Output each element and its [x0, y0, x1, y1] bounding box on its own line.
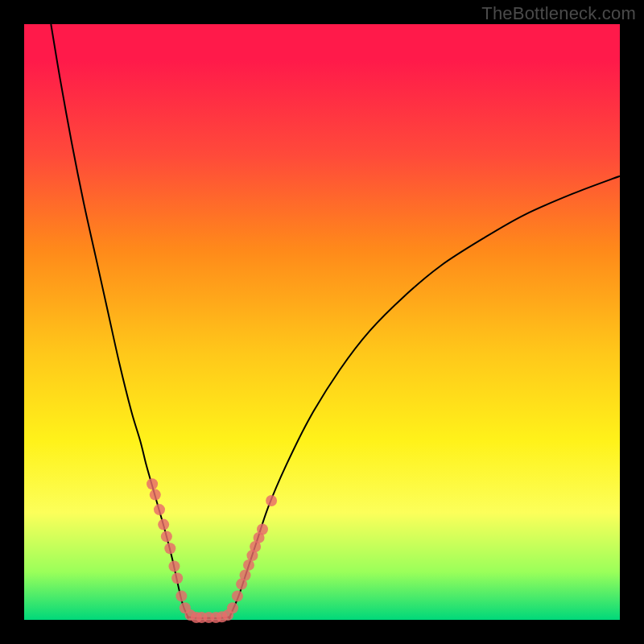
- data-marker: [150, 489, 161, 501]
- data-marker: [161, 530, 172, 542]
- data-marker: [158, 519, 169, 530]
- data-marker: [154, 504, 165, 515]
- chart-overlay: [0, 0, 644, 644]
- data-marker: [227, 602, 238, 613]
- data-marker: [147, 478, 158, 489]
- data-marker: [171, 572, 183, 584]
- data-marker: [240, 570, 251, 581]
- data-marker: [257, 524, 268, 535]
- data-marker: [266, 495, 277, 506]
- data-marker: [232, 590, 243, 601]
- bottleneck-curve: [51, 24, 620, 618]
- data-marker: [168, 560, 180, 572]
- data-marker: [164, 543, 175, 554]
- chart-stage: TheBottleneck.com: [0, 0, 644, 644]
- data-marker: [175, 590, 187, 601]
